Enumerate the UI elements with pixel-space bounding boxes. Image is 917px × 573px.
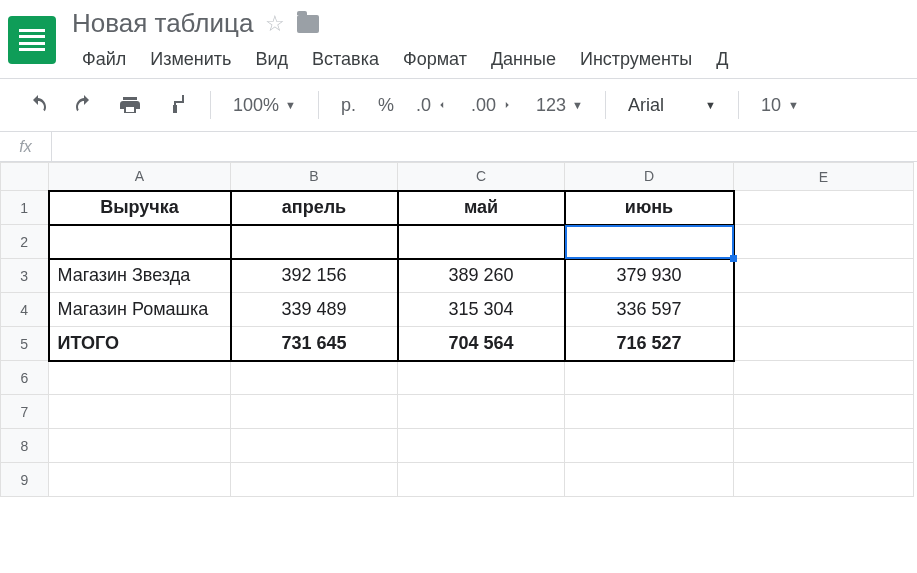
col-header-E[interactable]: E	[734, 163, 914, 191]
formula-bar: fx	[0, 132, 917, 162]
cell-E9[interactable]	[734, 463, 914, 497]
cell-C8[interactable]	[398, 429, 565, 463]
app-header: Новая таблица ☆ Файл Изменить Вид Вставк…	[0, 0, 917, 74]
arrow-left-icon	[435, 98, 449, 112]
row-header-1[interactable]: 1	[1, 191, 49, 225]
cell-E3[interactable]	[734, 259, 914, 293]
cell-C9[interactable]	[398, 463, 565, 497]
row-header-3[interactable]: 3	[1, 259, 49, 293]
more-formats-button[interactable]: 123 ▼	[530, 91, 589, 120]
row-header-8[interactable]: 8	[1, 429, 49, 463]
column-header-row: A B C D E	[1, 163, 914, 191]
format-currency-button[interactable]: р.	[335, 91, 362, 120]
cell-A9[interactable]	[49, 463, 231, 497]
cell-D6[interactable]	[565, 361, 734, 395]
row-header-4[interactable]: 4	[1, 293, 49, 327]
toolbar: 100% ▼ р. % .0 .00 123 ▼ Arial ▼ 10 ▼	[0, 79, 917, 132]
cell-D8[interactable]	[565, 429, 734, 463]
row-header-9[interactable]: 9	[1, 463, 49, 497]
menu-insert[interactable]: Вставка	[302, 45, 389, 74]
select-all-corner[interactable]	[1, 163, 49, 191]
document-title[interactable]: Новая таблица	[72, 8, 253, 39]
redo-button[interactable]	[66, 89, 102, 121]
undo-button[interactable]	[20, 89, 56, 121]
cell-A2[interactable]	[49, 225, 231, 259]
menu-addons[interactable]: Д	[706, 45, 738, 74]
cell-B4[interactable]: 339 489	[231, 293, 398, 327]
folder-icon[interactable]	[297, 15, 319, 33]
spreadsheet-grid[interactable]: A B C D E 1 Выручка апрель май июнь 2 3 …	[0, 162, 917, 497]
cell-E6[interactable]	[734, 361, 914, 395]
cell-D4[interactable]: 336 597	[565, 293, 734, 327]
cell-D1[interactable]: июнь	[565, 191, 734, 225]
cell-B5[interactable]: 731 645	[231, 327, 398, 361]
menu-format[interactable]: Формат	[393, 45, 477, 74]
font-size-picker[interactable]: 10 ▼	[755, 91, 805, 120]
cell-E2[interactable]	[734, 225, 914, 259]
formula-input[interactable]	[52, 132, 917, 161]
cell-E1[interactable]	[734, 191, 914, 225]
chevron-down-icon: ▼	[705, 99, 716, 111]
star-icon[interactable]: ☆	[265, 11, 285, 37]
row-9: 9	[1, 463, 914, 497]
menu-view[interactable]: Вид	[245, 45, 298, 74]
cell-C5[interactable]: 704 564	[398, 327, 565, 361]
cell-A6[interactable]	[49, 361, 231, 395]
cell-E8[interactable]	[734, 429, 914, 463]
cell-C4[interactable]: 315 304	[398, 293, 565, 327]
menu-file[interactable]: Файл	[72, 45, 136, 74]
inc-decimal-label: .00	[471, 95, 496, 116]
font-picker[interactable]: Arial ▼	[622, 91, 722, 120]
zoom-value: 100%	[233, 95, 279, 116]
menu-tools[interactable]: Инструменты	[570, 45, 702, 74]
cell-B9[interactable]	[231, 463, 398, 497]
row-2: 2	[1, 225, 914, 259]
cell-B6[interactable]	[231, 361, 398, 395]
increase-decimal-button[interactable]: .00	[465, 91, 520, 120]
cell-C1[interactable]: май	[398, 191, 565, 225]
menu-data[interactable]: Данные	[481, 45, 566, 74]
zoom-picker[interactable]: 100% ▼	[227, 91, 302, 120]
cell-B7[interactable]	[231, 395, 398, 429]
cell-A4[interactable]: Магазин Ромашка	[49, 293, 231, 327]
row-header-2[interactable]: 2	[1, 225, 49, 259]
format-percent-button[interactable]: %	[372, 91, 400, 120]
cell-E4[interactable]	[734, 293, 914, 327]
cell-A3[interactable]: Магазин Звезда	[49, 259, 231, 293]
cell-D2[interactable]	[565, 225, 734, 259]
cell-C7[interactable]	[398, 395, 565, 429]
print-button[interactable]	[112, 89, 148, 121]
sheets-logo[interactable]	[8, 16, 56, 64]
cell-C3[interactable]: 389 260	[398, 259, 565, 293]
cell-C2[interactable]	[398, 225, 565, 259]
paint-format-button[interactable]	[158, 89, 194, 121]
cell-A8[interactable]	[49, 429, 231, 463]
row-6: 6	[1, 361, 914, 395]
cell-A1[interactable]: Выручка	[49, 191, 231, 225]
cell-B1[interactable]: апрель	[231, 191, 398, 225]
col-header-C[interactable]: C	[398, 163, 565, 191]
cell-A5[interactable]: ИТОГО	[49, 327, 231, 361]
row-header-6[interactable]: 6	[1, 361, 49, 395]
cell-E5[interactable]	[734, 327, 914, 361]
cell-C6[interactable]	[398, 361, 565, 395]
fx-label[interactable]: fx	[0, 132, 52, 161]
col-header-B[interactable]: B	[231, 163, 398, 191]
row-header-5[interactable]: 5	[1, 327, 49, 361]
row-header-7[interactable]: 7	[1, 395, 49, 429]
cell-D5[interactable]: 716 527	[565, 327, 734, 361]
cell-D3[interactable]: 379 930	[565, 259, 734, 293]
cell-E7[interactable]	[734, 395, 914, 429]
decrease-decimal-button[interactable]: .0	[410, 91, 455, 120]
cell-B2[interactable]	[231, 225, 398, 259]
menu-edit[interactable]: Изменить	[140, 45, 241, 74]
arrow-right-icon	[500, 98, 514, 112]
cell-A7[interactable]	[49, 395, 231, 429]
cell-D9[interactable]	[565, 463, 734, 497]
cell-B8[interactable]	[231, 429, 398, 463]
cell-B3[interactable]: 392 156	[231, 259, 398, 293]
col-header-D[interactable]: D	[565, 163, 734, 191]
cell-D7[interactable]	[565, 395, 734, 429]
col-header-A[interactable]: A	[49, 163, 231, 191]
redo-icon	[72, 93, 96, 117]
